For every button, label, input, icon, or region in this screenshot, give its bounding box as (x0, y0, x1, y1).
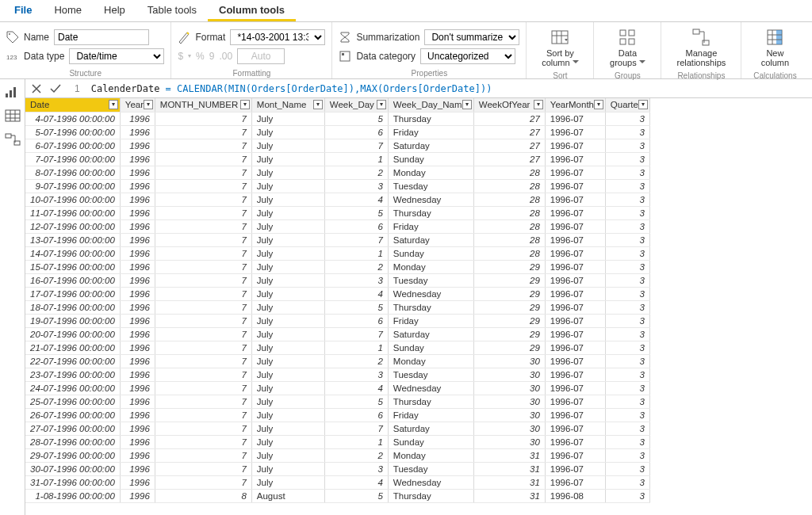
filter-dropdown-icon[interactable]: ▾ (594, 100, 603, 109)
cell[interactable]: 29 (473, 273, 545, 287)
cell[interactable]: 1996-07 (545, 273, 605, 287)
cell[interactable]: 1996 (120, 448, 155, 462)
cell[interactable]: 7 (155, 368, 251, 381)
cell[interactable]: 3 (605, 206, 649, 219)
cell[interactable]: 13-07-1996 00:00:00 (25, 233, 120, 246)
cell[interactable]: July (251, 475, 324, 489)
cell[interactable]: 1996-07 (545, 246, 605, 260)
cell[interactable]: 3 (605, 489, 649, 502)
cell[interactable]: July (251, 314, 324, 327)
table-row[interactable]: 24-07-1996 00:00:0019967July4Wednesday30… (25, 381, 649, 395)
cell[interactable]: 1996-08 (545, 489, 605, 502)
cell[interactable]: July (251, 381, 324, 395)
column-header[interactable]: YearMonth▾ (545, 98, 605, 112)
cell[interactable]: Sunday (388, 152, 473, 166)
table-row[interactable]: 22-07-1996 00:00:0019967July2Monday30199… (25, 354, 649, 368)
data-grid[interactable]: Date▾Year▾MONTH_NUMBER▾Mont_Name▾Week_Da… (25, 98, 812, 515)
formula-cancel-button[interactable] (30, 82, 43, 95)
cell[interactable]: 7 (155, 112, 251, 125)
sort-by-column-button[interactable]: Sort bycolumn (533, 24, 587, 71)
tab-home[interactable]: Home (43, 0, 93, 21)
cell[interactable]: 2 (324, 448, 388, 462)
cell[interactable]: 7 (155, 139, 251, 152)
cell[interactable]: July (251, 354, 324, 368)
cell[interactable]: 1996-07 (545, 408, 605, 422)
filter-dropdown-icon[interactable]: ▾ (462, 100, 472, 109)
cell[interactable]: 1996-07 (545, 354, 605, 368)
cell[interactable]: July (251, 219, 324, 233)
cell[interactable]: 3 (605, 327, 649, 341)
cell[interactable]: Friday (388, 314, 473, 327)
cell[interactable]: 3 (324, 462, 388, 475)
cell[interactable]: 29 (473, 314, 545, 327)
table-row[interactable]: 5-07-1996 00:00:0019967July6Friday271996… (25, 125, 649, 139)
new-column-button[interactable]: Newcolumn (748, 24, 802, 71)
cell[interactable]: 3 (605, 112, 649, 125)
cell[interactable]: 29 (473, 300, 545, 314)
cell[interactable]: 1996 (120, 462, 155, 475)
model-view-button[interactable] (5, 133, 21, 146)
cell[interactable]: 7 (155, 422, 251, 435)
cell[interactable]: 7 (155, 354, 251, 368)
table-row[interactable]: 13-07-1996 00:00:0019967July7Saturday281… (25, 233, 649, 246)
table-row[interactable]: 7-07-1996 00:00:0019967July1Sunday271996… (25, 152, 649, 166)
cell[interactable]: 10-07-1996 00:00:00 (25, 193, 120, 206)
cell[interactable]: 1996 (120, 381, 155, 395)
cell[interactable]: 28 (473, 166, 545, 179)
cell[interactable]: 28 (473, 246, 545, 260)
thousands-button[interactable]: 9 (209, 51, 215, 62)
cell[interactable]: 28 (473, 193, 545, 206)
cell[interactable]: 25-07-1996 00:00:00 (25, 395, 120, 408)
cell[interactable]: 31 (473, 489, 545, 502)
cell[interactable]: 18-07-1996 00:00:00 (25, 300, 120, 314)
cell[interactable]: July (251, 273, 324, 287)
cell[interactable]: 1996 (120, 341, 155, 354)
cell[interactable]: 7 (324, 233, 388, 246)
column-header[interactable]: Date▾ (25, 98, 120, 112)
cell[interactable]: 5 (324, 300, 388, 314)
cell[interactable]: 1996-07 (545, 139, 605, 152)
cell[interactable]: 1996 (120, 152, 155, 166)
cell[interactable]: 7 (155, 233, 251, 246)
cell[interactable]: July (251, 152, 324, 166)
cell[interactable]: July (251, 408, 324, 422)
cell[interactable]: 7 (155, 219, 251, 233)
cell[interactable]: 1996 (120, 435, 155, 448)
cell[interactable]: 6-07-1996 00:00:00 (25, 139, 120, 152)
table-row[interactable]: 17-07-1996 00:00:0019967July4Wednesday29… (25, 287, 649, 300)
cell[interactable]: 3 (605, 475, 649, 489)
cell[interactable]: 6 (324, 219, 388, 233)
cell[interactable]: Tuesday (388, 368, 473, 381)
table-row[interactable]: 18-07-1996 00:00:0019967July5Thursday291… (25, 300, 649, 314)
cell[interactable]: 2 (324, 166, 388, 179)
cell[interactable]: 5 (324, 489, 388, 502)
cell[interactable]: 11-07-1996 00:00:00 (25, 206, 120, 219)
cell[interactable]: 1996 (120, 314, 155, 327)
cell[interactable]: 31 (473, 475, 545, 489)
cell[interactable]: Thursday (388, 489, 473, 502)
filter-dropdown-icon[interactable]: ▾ (534, 100, 543, 109)
cell[interactable]: July (251, 246, 324, 260)
tab-help[interactable]: Help (93, 0, 136, 21)
cell[interactable]: 1996 (120, 422, 155, 435)
table-row[interactable]: 29-07-1996 00:00:0019967July2Monday31199… (25, 448, 649, 462)
table-row[interactable]: 23-07-1996 00:00:0019967July3Tuesday3019… (25, 368, 649, 381)
cell[interactable]: 1996 (120, 125, 155, 139)
cell[interactable]: 29 (473, 327, 545, 341)
cell[interactable]: 3 (605, 166, 649, 179)
cell[interactable]: 16-07-1996 00:00:00 (25, 273, 120, 287)
column-header[interactable]: Year▾ (120, 98, 155, 112)
cell[interactable]: 3 (605, 193, 649, 206)
cell[interactable]: Tuesday (388, 462, 473, 475)
cell[interactable]: 7 (155, 206, 251, 219)
cell[interactable]: 1996-07 (545, 341, 605, 354)
tab-column-tools[interactable]: Column tools (208, 0, 296, 21)
filter-dropdown-icon[interactable]: ▾ (240, 100, 250, 109)
cell[interactable]: 1996 (120, 408, 155, 422)
cell[interactable]: 3 (605, 448, 649, 462)
filter-dropdown-icon[interactable]: ▾ (638, 100, 648, 109)
cell[interactable]: 4 (324, 287, 388, 300)
cell[interactable]: 30 (473, 354, 545, 368)
cell[interactable]: 1996 (120, 287, 155, 300)
cell[interactable]: Friday (388, 408, 473, 422)
